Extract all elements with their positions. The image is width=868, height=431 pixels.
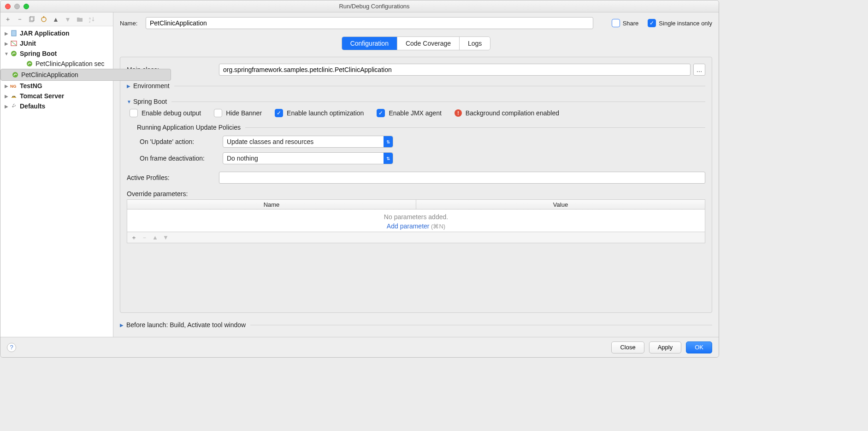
svg-point-10 <box>12 72 18 78</box>
enable-launch-optimization-checkbox[interactable]: ✓ <box>275 109 283 117</box>
wrench-icon <box>10 102 18 110</box>
add-parameter-link[interactable]: Add parameter <box>387 222 430 230</box>
svg-text:NG: NG <box>10 84 17 89</box>
move-up-button[interactable]: ▲ <box>51 15 60 24</box>
dropdown-icon: ⇅ <box>384 136 393 147</box>
tree-item-junit[interactable]: ▶JUnit <box>0 38 113 48</box>
copy-config-button[interactable] <box>27 15 36 24</box>
share-checkbox[interactable] <box>612 19 620 27</box>
svg-point-9 <box>27 61 32 66</box>
dropdown-icon: ⇅ <box>384 153 393 164</box>
close-window-icon[interactable] <box>5 4 11 9</box>
chevron-right-icon: ▶ <box>3 104 10 109</box>
remove-config-button[interactable]: － <box>15 15 24 24</box>
parameters-table-header: Name Value <box>127 199 705 210</box>
jar-icon <box>10 30 18 37</box>
tree-item-label: PetClinicApplication <box>21 71 78 78</box>
ok-button[interactable]: OK <box>686 341 712 353</box>
spring-icon <box>25 60 34 67</box>
minimize-window-icon[interactable] <box>14 4 20 9</box>
environment-section-header[interactable]: ▶ Environment <box>127 82 705 90</box>
svg-point-12 <box>12 96 13 97</box>
tab-logs[interactable]: Logs <box>460 37 490 50</box>
svg-point-13 <box>14 96 15 97</box>
policies-heading: Running Application Update Policies <box>137 124 705 131</box>
on-update-label: On 'Update' action: <box>140 138 223 145</box>
svg-text:z: z <box>89 20 91 23</box>
no-parameters-text: No parameters added. <box>127 213 705 221</box>
edit-defaults-button[interactable] <box>39 15 48 24</box>
config-list-panel: ＋ － ▲ ▼ az ▶JAR Application▶JUnit▼Spring… <box>0 12 113 337</box>
override-parameters-label: Override parameters: <box>127 190 705 198</box>
on-frame-deactivation-label: On frame deactivation: <box>140 155 223 162</box>
name-label: Name: <box>120 20 146 27</box>
tree-item-label: TestNG <box>20 82 42 90</box>
param-add-button[interactable]: ＋ <box>131 233 137 242</box>
enable-debug-output-checkbox[interactable] <box>130 109 138 117</box>
on-frame-deactivation-select[interactable]: Do nothing ⇅ <box>223 152 393 164</box>
config-tree[interactable]: ▶JAR Application▶JUnit▼Spring BootPetCli… <box>0 26 113 337</box>
svg-point-8 <box>11 51 17 56</box>
run-debug-configurations-dialog: Run/Debug Configurations ＋ － ▲ ▼ az <box>0 0 719 358</box>
chevron-right-icon: ▶ <box>3 41 10 46</box>
chevron-down-icon: ▼ <box>3 51 10 56</box>
tree-item-label: JAR Application <box>20 30 70 37</box>
close-button[interactable]: Close <box>611 341 644 353</box>
chevron-right-icon: ▶ <box>3 31 10 36</box>
move-down-button[interactable]: ▼ <box>63 15 72 24</box>
name-input[interactable] <box>146 17 593 29</box>
tree-item-defaults[interactable]: ▶Defaults <box>0 101 113 111</box>
chevron-right-icon: ▶ <box>3 84 10 89</box>
dialog-footer: ? Close Apply OK <box>0 337 719 357</box>
param-up-button[interactable]: ▲ <box>152 234 158 241</box>
configuration-panel: Main class: … ▶ Environment ▼ Spring Boo… <box>120 57 712 313</box>
svg-text:a: a <box>89 17 91 20</box>
tab-code-coverage[interactable]: Code Coverage <box>397 37 460 50</box>
single-instance-checkbox[interactable]: ✓ <box>648 19 656 27</box>
tab-bar: Configuration Code Coverage Logs <box>120 36 712 50</box>
tree-item-label: PetClinicApplication sec <box>35 60 104 67</box>
browse-main-class-button[interactable]: … <box>693 64 705 76</box>
titlebar: Run/Debug Configurations <box>0 0 719 12</box>
zoom-window-icon[interactable] <box>24 4 29 9</box>
tree-item-petclinicapplication-sec[interactable]: PetClinicApplication sec <box>0 59 113 69</box>
svg-rect-3 <box>43 16 44 18</box>
tree-item-label: Spring Boot <box>20 50 57 57</box>
chevron-right-icon: ▶ <box>120 323 126 328</box>
spring-icon <box>10 50 18 57</box>
help-button[interactable]: ? <box>7 343 16 352</box>
tree-item-petclinicapplication[interactable]: PetClinicApplication <box>0 69 171 81</box>
add-config-button[interactable]: ＋ <box>3 15 12 24</box>
tree-item-spring-boot[interactable]: ▼Spring Boot <box>0 48 113 59</box>
sort-button[interactable]: az <box>87 15 96 24</box>
parameters-table-body: No parameters added. Add parameter (⌘N) <box>127 210 705 232</box>
single-instance-label: Single instance only <box>659 20 712 27</box>
window-controls <box>5 4 29 9</box>
active-profiles-input[interactable] <box>219 172 705 184</box>
tree-item-label: Defaults <box>20 102 45 110</box>
tree-item-testng[interactable]: ▶NGTestNG <box>0 81 113 91</box>
main-class-input[interactable] <box>219 64 691 76</box>
add-parameter-shortcut: (⌘N) <box>431 223 445 230</box>
tree-item-jar-application[interactable]: ▶JAR Application <box>0 28 113 38</box>
tomcat-icon <box>10 92 18 100</box>
param-remove-button[interactable]: － <box>142 233 148 242</box>
enable-jmx-agent-checkbox[interactable]: ✓ <box>377 109 385 117</box>
svg-rect-6 <box>12 30 16 36</box>
warning-icon: ! <box>455 109 462 117</box>
tab-configuration[interactable]: Configuration <box>342 37 397 50</box>
before-launch-section-header[interactable]: ▶ Before launch: Build, Activate tool wi… <box>120 321 712 329</box>
chevron-right-icon: ▶ <box>127 84 133 89</box>
chevron-right-icon: ▶ <box>3 94 10 99</box>
testng-icon: NG <box>10 82 18 90</box>
on-update-select[interactable]: Update classes and resources ⇅ <box>223 136 393 148</box>
spring-icon <box>11 71 19 78</box>
spring-boot-section-header[interactable]: ▼ Spring Boot <box>127 98 705 105</box>
tree-item-label: Tomcat Server <box>20 92 64 100</box>
share-label: Share <box>623 20 639 27</box>
param-down-button[interactable]: ▼ <box>163 234 169 241</box>
folder-button[interactable] <box>75 15 84 24</box>
tree-item-tomcat-server[interactable]: ▶Tomcat Server <box>0 91 113 101</box>
hide-banner-checkbox[interactable] <box>214 109 222 117</box>
apply-button[interactable]: Apply <box>649 341 682 353</box>
